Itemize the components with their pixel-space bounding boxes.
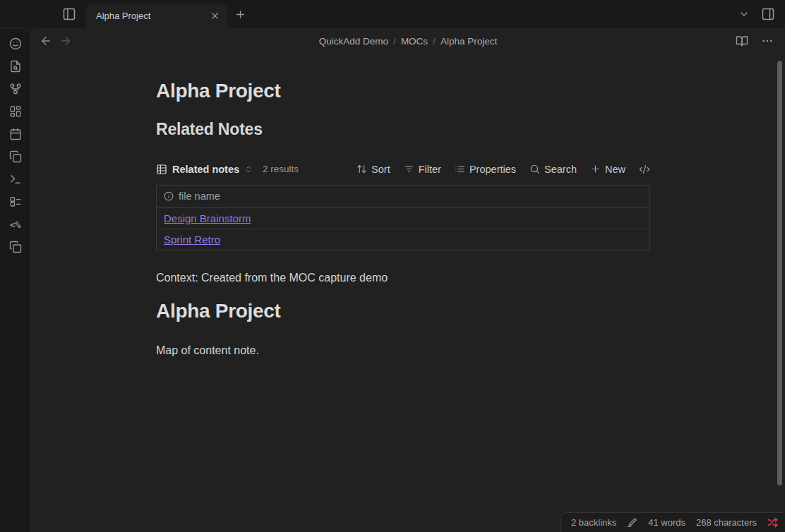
code-view-button[interactable] [639,164,650,175]
word-count: 41 words [648,517,685,528]
breadcrumb-separator: / [428,36,441,47]
list-icon [455,164,465,174]
plus-icon [234,8,246,20]
tab-bar: Alpha Project [0,0,785,28]
ribbon-terminal-button[interactable] [6,169,25,189]
context-paragraph: Context: Created from the MOC capture de… [156,270,650,286]
status-bar: 2 backlinks 41 words 268 characters [561,512,785,532]
tab-alpha-project[interactable]: Alpha Project [86,4,227,28]
pencil-line-icon [627,517,637,528]
ribbon: <% [0,28,31,532]
breadcrumb: QuickAdd Demo / MOCs / Alpha Project [319,36,497,47]
arrow-right-icon [59,35,72,47]
related-notes-heading: Related Notes [156,120,650,139]
ribbon-calendar-button[interactable] [6,124,25,144]
backlinks-count[interactable]: 2 backlinks [571,517,616,528]
base-table: file name Design Brainstorm Sprint Retro [156,185,650,250]
search-button[interactable]: Search [529,164,577,175]
note-link-design-brainstorm[interactable]: Design Brainstorm [164,212,251,224]
new-entry-button[interactable]: New [590,164,625,175]
sort-label: Sort [371,164,390,175]
info-circle-icon [164,191,174,201]
view-header: QuickAdd Demo / MOCs / Alpha Project [31,28,785,54]
arrow-up-down-icon [356,164,367,174]
table-row: Sprint Retro [157,229,649,250]
more-options-button[interactable] [761,35,774,47]
book-open-icon [736,35,748,47]
plus-icon [590,164,601,174]
base-view-name: Related notes [172,164,239,175]
search-icon [529,164,540,174]
filter-label: Filter [419,164,441,175]
breadcrumb-item-vault[interactable]: QuickAdd Demo [319,36,388,47]
code-icon [639,164,650,175]
templater-icon: <% [10,219,21,230]
table-row: Design Brainstorm [157,207,649,229]
ribbon-smile-button[interactable] [6,34,25,54]
copy-pages-icon [9,150,22,163]
filter-button[interactable]: Filter [404,164,441,175]
search-label: Search [544,164,577,175]
ribbon-graph-button[interactable] [6,79,25,99]
editor-pane: QuickAdd Demo / MOCs / Alpha Project [31,28,785,532]
copy-pages-icon [9,241,22,253]
filter-lines-icon [404,164,414,174]
ribbon-copy-button-2[interactable] [6,237,25,257]
list-todo-icon [9,195,22,208]
vertical-scrollbar-thumb[interactable] [777,61,782,485]
ribbon-dashboard-button[interactable] [6,102,25,121]
breadcrumb-separator: / [388,36,401,47]
panel-left-icon [62,7,76,21]
calendar-icon [9,128,22,140]
workspace: <% QuickAd [0,28,785,532]
left-sidebar-toggle-button[interactable] [62,7,76,21]
right-sidebar-toggle-button[interactable] [761,7,775,21]
reading-mode-button[interactable] [736,35,748,47]
column-header-label: file name [179,191,220,202]
arrow-left-icon [40,35,52,47]
sort-button[interactable]: Sort [356,164,390,175]
breadcrumb-item-folder[interactable]: MOCs [401,36,428,47]
breadcrumb-item-note[interactable]: Alpha Project [441,36,497,47]
ribbon-file-search-button[interactable] [6,56,25,76]
new-label: New [605,164,625,175]
sync-alert-indicator[interactable] [767,517,778,528]
new-tab-button[interactable] [234,8,246,20]
git-fork-icon [9,83,22,95]
shuffle-alert-icon [767,517,778,528]
tab-list-dropdown-button[interactable] [738,8,750,20]
properties-button[interactable]: Properties [455,164,516,175]
properties-label: Properties [469,164,516,175]
column-header-file-name[interactable]: file name [157,186,649,207]
navigate-back-button[interactable] [40,35,52,47]
ribbon-list-button[interactable] [6,192,25,212]
chevron-down-icon [738,8,750,20]
file-search-icon [9,60,22,73]
layout-dashboard-icon [9,105,22,118]
ellipsis-icon [761,35,774,47]
base-view-selector[interactable]: Related notes [156,164,253,175]
note-title-heading: Alpha Project [156,79,650,103]
embedded-title-heading: Alpha Project [156,299,650,323]
results-count: 2 results [263,164,299,174]
smile-icon [9,37,22,50]
character-count: 268 characters [696,517,757,528]
ribbon-templater-button[interactable]: <% [6,214,25,234]
navigate-forward-button[interactable] [59,35,72,47]
body-paragraph: Map of content note. [156,343,650,358]
tab-title: Alpha Project [96,11,210,21]
panel-right-icon [761,7,775,21]
base-toolbar: Related notes 2 results Sort [156,160,650,179]
table-icon [156,164,167,175]
ribbon-copy-button-1[interactable] [6,147,25,167]
terminal-icon [9,173,22,186]
tab-close-icon[interactable] [210,11,220,21]
edit-mode-indicator[interactable] [627,517,637,528]
chevrons-up-down-icon [244,165,253,174]
note-content: Alpha Project Related Notes Related note… [156,79,650,358]
note-link-sprint-retro[interactable]: Sprint Retro [164,234,220,246]
